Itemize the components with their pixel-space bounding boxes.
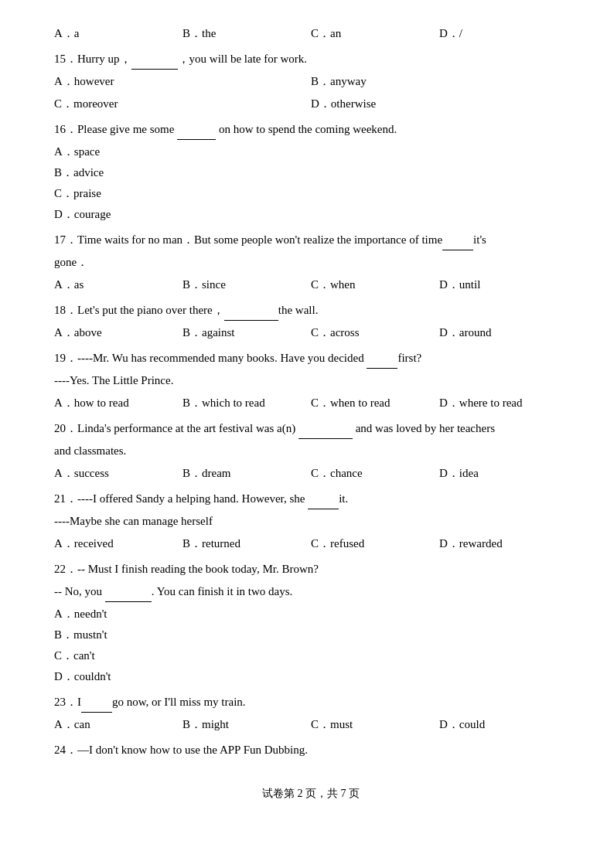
option-c: C．an [311, 23, 439, 44]
q20-option-c: C．chance [311, 463, 439, 484]
q20-text2: and classmates. [54, 441, 568, 461]
question-23: 23．Igo now, or I'll miss my train. A．can… [54, 692, 568, 735]
q17-option-d: D．until [439, 274, 568, 295]
q21-dialogue: ----Maybe she can manage herself [54, 511, 568, 532]
q23-option-b: B．might [182, 714, 311, 735]
q23-blank [81, 712, 112, 713]
q20-option-a: A．success [54, 463, 182, 484]
q22-option-a: A．needn't [54, 604, 568, 625]
question-18: 18．Let's put the piano over there，the wa… [54, 300, 568, 343]
q21-blank [308, 509, 339, 509]
question-15: 15．Hurry up，，you will be late for work. … [54, 49, 568, 114]
q22-text1: 22．-- Must I finish reading the book tod… [54, 559, 568, 580]
q23-option-c: C．must [311, 714, 439, 735]
question-20: 20．Linda's performance at the art festiv… [54, 418, 568, 484]
q17-option-c: C．when [311, 274, 439, 295]
q16-text: 16．Please give me some on how to spend t… [54, 119, 568, 140]
q17-option-b: B．since [182, 274, 311, 295]
q18-option-b: B．against [182, 322, 311, 343]
q16-option-d: D．courage [54, 204, 568, 225]
q20-blank [298, 438, 353, 439]
q19-options: A．how to read B．which to read C．when to … [54, 393, 568, 414]
q18-options: A．above B．against C．across D．around [54, 322, 568, 343]
q19-text: 19．----Mr. Wu has recommended many books… [54, 348, 568, 369]
q20-option-b: B．dream [182, 463, 311, 484]
q21-text: 21．----I offered Sandy a helping hand. H… [54, 488, 568, 509]
question-22: 22．-- Must I finish reading the book tod… [54, 559, 568, 687]
q24-text: 24．—I don't know how to use the APP Fun … [54, 740, 568, 761]
q15-options-row1: A．however B．anyway [54, 71, 568, 92]
q18-option-a: A．above [54, 322, 182, 343]
top-options-row: A．a B．the C．an D．/ [54, 23, 568, 44]
q17-options: A．as B．since C．when D．until [54, 274, 568, 295]
q16-option-a: A．space [54, 141, 568, 162]
q16-option-c: C．praise [54, 183, 568, 204]
q19-blank [367, 368, 397, 369]
q23-option-a: A．can [54, 714, 182, 735]
q20-options: A．success B．dream C．chance D．idea [54, 463, 568, 484]
q23-text: 23．Igo now, or I'll miss my train. [54, 692, 568, 713]
q21-option-b: B．returned [182, 533, 311, 554]
q23-options: A．can B．might C．must D．could [54, 714, 568, 735]
q22-options: A．needn't B．mustn't C．can't D．couldn't [54, 604, 568, 687]
footer-text: 试卷第 2 页，共 7 页 [262, 788, 360, 799]
q17-text: 17．Time waits for no man．But some people… [54, 230, 568, 250]
q16-blank [177, 139, 216, 140]
page-footer: 试卷第 2 页，共 7 页 [54, 784, 568, 803]
q21-option-d: D．rewarded [439, 533, 568, 554]
q19-dialogue: ----Yes. The Little Prince. [54, 370, 568, 391]
q17-option-a: A．as [54, 274, 182, 295]
q19-option-b: B．which to read [182, 393, 311, 414]
q17-blank [442, 250, 473, 250]
q16-options: A．space B．advice C．praise D．courage [54, 141, 568, 225]
q21-option-c: C．refused [311, 533, 439, 554]
q15-text: 15．Hurry up，，you will be late for work. [54, 49, 568, 70]
q15-blank [131, 69, 178, 70]
q18-blank [224, 320, 278, 321]
question-21: 21．----I offered Sandy a helping hand. H… [54, 488, 568, 554]
q21-options: A．received B．returned C．refused D．reward… [54, 533, 568, 554]
q22-option-b: B．mustn't [54, 625, 568, 645]
question-19: 19．----Mr. Wu has recommended many books… [54, 348, 568, 414]
question-16: 16．Please give me some on how to spend t… [54, 119, 568, 225]
q22-text2: -- No, you . You can finish it in two da… [54, 581, 568, 602]
q18-text: 18．Let's put the piano over there，the wa… [54, 300, 568, 321]
q15-option-a: A．however [54, 71, 311, 92]
option-d: D．/ [439, 23, 568, 44]
q23-option-d: D．could [439, 714, 568, 735]
q19-option-c: C．when to read [311, 393, 439, 414]
q22-option-d: D．couldn't [54, 666, 568, 687]
q20-text1: 20．Linda's performance at the art festiv… [54, 418, 568, 439]
q15-option-b: B．anyway [311, 71, 568, 92]
q22-blank [105, 601, 152, 602]
q19-option-d: D．where to read [439, 393, 568, 414]
q15-option-c: C．moreover [54, 94, 311, 114]
question-17: 17．Time waits for no man．But some people… [54, 230, 568, 295]
q18-option-c: C．across [311, 322, 439, 343]
q15-options-row2: C．moreover D．otherwise [54, 94, 568, 114]
option-b: B．the [182, 23, 311, 44]
q19-option-a: A．how to read [54, 393, 182, 414]
question-24: 24．—I don't know how to use the APP Fun … [54, 740, 568, 761]
q15-option-d: D．otherwise [311, 94, 568, 114]
q17-text2: gone． [54, 252, 568, 273]
option-a: A．a [54, 23, 182, 44]
q20-option-d: D．idea [439, 463, 568, 484]
q21-option-a: A．received [54, 533, 182, 554]
q18-option-d: D．around [439, 322, 568, 343]
q22-option-c: C．can't [54, 645, 568, 666]
q16-option-b: B．advice [54, 162, 568, 183]
